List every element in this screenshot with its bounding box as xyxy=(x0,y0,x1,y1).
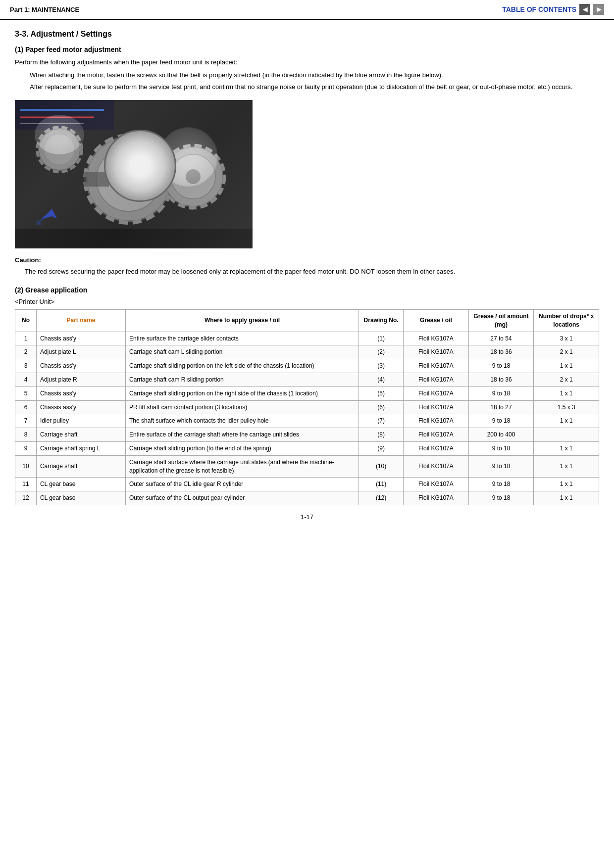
header-right: TABLE OF CONTENTS ◀ ▶ xyxy=(502,4,604,15)
table-cell: Floil KG107A xyxy=(404,373,469,386)
table-cell: (2) xyxy=(359,345,404,359)
table-cell: PR lift shaft cam contact portion (3 loc… xyxy=(126,400,359,414)
list-item-2: After replacement, be sure to perform th… xyxy=(30,82,599,92)
table-cell: Carriage shaft surface where the carriag… xyxy=(126,455,359,478)
table-cell: 18 to 27 xyxy=(468,400,534,414)
table-cell: 1 x 1 xyxy=(534,491,599,505)
table-cell: Carriage shaft spring L xyxy=(36,441,125,455)
table-cell: (8) xyxy=(359,428,404,442)
table-row: 1Chassis ass'yEntire surface the carriag… xyxy=(15,332,599,345)
table-cell: Carriage shaft xyxy=(36,455,125,478)
table-cell: Entire surface the carriage slider conta… xyxy=(126,332,359,345)
table-cell: Floil KG107A xyxy=(404,455,469,478)
nav-back-button[interactable]: ◀ xyxy=(579,4,590,15)
table-cell: 1 x 1 xyxy=(534,441,599,455)
table-cell: 2 x 1 xyxy=(534,373,599,386)
table-cell: (10) xyxy=(359,455,404,478)
list-item-1: When attaching the motor, fasten the scr… xyxy=(30,70,599,80)
caution-title: Caution: xyxy=(15,256,599,264)
table-cell: 11 xyxy=(15,478,37,491)
image-svg xyxy=(15,100,253,248)
table-row: 9Carriage shaft spring LCarriage shaft s… xyxy=(15,441,599,455)
table-cell: 1 x 1 xyxy=(534,414,599,428)
table-cell: 18 to 36 xyxy=(468,373,534,386)
table-cell: 8 xyxy=(15,428,37,442)
table-body: 1Chassis ass'yEntire surface the carriag… xyxy=(15,332,599,505)
table-cell: 5 xyxy=(15,386,37,400)
th-no: No xyxy=(15,310,37,332)
table-row: 10Carriage shaftCarriage shaft surface w… xyxy=(15,455,599,478)
table-cell: Carriage shaft cam L sliding portion xyxy=(126,345,359,359)
page-number: 1-17 xyxy=(15,513,599,521)
page-header: Part 1: MAINTENANCE TABLE OF CONTENTS ◀ … xyxy=(0,0,614,20)
table-cell: Floil KG107A xyxy=(404,386,469,400)
table-row: 8Carriage shaftEntire surface of the car… xyxy=(15,428,599,442)
table-cell: Floil KG107A xyxy=(404,428,469,442)
table-cell: (9) xyxy=(359,441,404,455)
svg-rect-1 xyxy=(15,100,114,130)
table-cell: 9 to 18 xyxy=(468,441,534,455)
svg-point-6 xyxy=(97,147,161,211)
table-cell: 1 x 1 xyxy=(534,359,599,373)
table-cell: CL gear base xyxy=(36,478,125,491)
table-cell: Adjust plate R xyxy=(36,373,125,386)
table-cell: 9 xyxy=(15,441,37,455)
main-content: 3-3. Adjustment / Settings (1) Paper fee… xyxy=(0,25,614,535)
subsection2-title: (2) Grease application xyxy=(15,286,599,294)
motor-image: ↙ xyxy=(15,100,253,248)
table-cell: 9 to 18 xyxy=(468,386,534,400)
table-cell: (4) xyxy=(359,373,404,386)
table-cell: 27 to 54 xyxy=(468,332,534,345)
svg-rect-16 xyxy=(84,172,109,187)
grease-section: (2) Grease application <Printer Unit> No… xyxy=(15,286,599,505)
table-cell: 7 xyxy=(15,414,37,428)
table-cell: Floil KG107A xyxy=(404,478,469,491)
table-cell: Chassis ass'y xyxy=(36,332,125,345)
toc-label[interactable]: TABLE OF CONTENTS xyxy=(502,5,576,13)
table-cell: Floil KG107A xyxy=(404,400,469,414)
table-cell: Entire surface of the carriage shaft whe… xyxy=(126,428,359,442)
th-part: Part name xyxy=(36,310,125,332)
th-drawing: Drawing No. xyxy=(359,310,404,332)
table-cell: 12 xyxy=(15,491,37,505)
grease-table: No Part name Where to apply grease / oil… xyxy=(15,309,599,505)
table-cell: 2 x 1 xyxy=(534,345,599,359)
nav-forward-button[interactable]: ▶ xyxy=(593,4,604,15)
table-cell: 3 xyxy=(15,359,37,373)
caution-text: The red screws securing the paper feed m… xyxy=(25,267,599,277)
table-cell: (1) xyxy=(359,332,404,345)
table-cell xyxy=(534,428,599,442)
table-cell: (5) xyxy=(359,386,404,400)
table-cell: Chassis ass'y xyxy=(36,359,125,373)
table-row: 12CL gear baseOuter surface of the CL ou… xyxy=(15,491,599,505)
table-cell: Outer surface of the CL output gear cyli… xyxy=(126,491,359,505)
svg-point-11 xyxy=(186,169,201,184)
part-label: Part 1: MAINTENANCE xyxy=(10,6,79,13)
table-cell: The shaft surface which contacts the idl… xyxy=(126,414,359,428)
table-cell: 3 x 1 xyxy=(534,332,599,345)
table-row: 11CL gear baseOuter surface of the CL id… xyxy=(15,478,599,491)
table-cell: Carriage shaft xyxy=(36,428,125,442)
th-grease: Grease / oil xyxy=(404,310,469,332)
table-cell: 2 xyxy=(15,345,37,359)
table-cell: Floil KG107A xyxy=(404,359,469,373)
table-cell: Carriage shaft sliding portion (to the e… xyxy=(126,441,359,455)
caution-section: Caution: The red screws securing the pap… xyxy=(15,256,599,277)
printer-unit-label: <Printer Unit> xyxy=(15,298,599,305)
table-cell: 9 to 18 xyxy=(468,414,534,428)
table-row: 6Chassis ass'yPR lift shaft cam contact … xyxy=(15,400,599,414)
table-cell: Idler pulley xyxy=(36,414,125,428)
table-cell: 9 to 18 xyxy=(468,359,534,373)
table-cell: 4 xyxy=(15,373,37,386)
table-cell: 1 x 1 xyxy=(534,478,599,491)
table-cell: (3) xyxy=(359,359,404,373)
table-cell: Carriage shaft sliding portion on the le… xyxy=(126,359,359,373)
table-cell: 1 x 1 xyxy=(534,386,599,400)
table-cell: Floil KG107A xyxy=(404,345,469,359)
nav-back-icon: ◀ xyxy=(583,6,587,13)
table-cell: Carriage shaft sliding portion on the ri… xyxy=(126,386,359,400)
table-cell: Floil KG107A xyxy=(404,491,469,505)
table-cell: Chassis ass'y xyxy=(36,400,125,414)
th-drops: Number of drops* x locations xyxy=(534,310,599,332)
table-cell: (6) xyxy=(359,400,404,414)
